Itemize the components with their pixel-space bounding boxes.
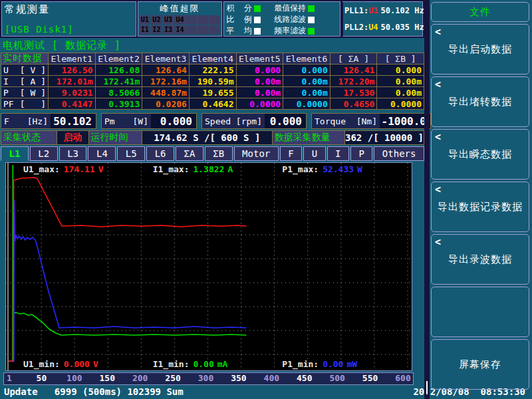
chevron-left-icon: < xyxy=(435,26,442,38)
value-cell: 172.41m xyxy=(96,76,142,86)
readout-speed: Speed[rpm]0.000 xyxy=(201,113,307,129)
chart-label-unit: mA xyxy=(217,359,228,369)
value-cell: 126.50 xyxy=(49,65,95,75)
tab-σa[interactable]: ΣA xyxy=(176,146,203,161)
acq-status-value: 启动 xyxy=(57,131,88,144)
top-strip: 常规测量 [USB Disk1] 峰值超限 U1U2U3U4I1I2I3I4 积… xyxy=(0,0,424,38)
value-cell: 190.59m xyxy=(190,76,236,86)
readout-unit: [Hz] xyxy=(27,116,48,126)
value-cell: 0.0000 xyxy=(237,98,283,109)
value-cell: 0.00m xyxy=(237,87,283,98)
mode-label: 比 例 xyxy=(226,14,251,25)
peak-cell-I2: I2 xyxy=(151,25,162,35)
tab-f[interactable]: F xyxy=(280,146,302,161)
x-tick-500: 500 xyxy=(329,373,344,383)
peak-overlimit-title: 峰值超限 xyxy=(140,3,221,15)
sidebar-button-label: 导出数据记录数据 xyxy=(438,201,523,213)
readout-value: 50.102 xyxy=(51,114,96,128)
mode-item: 最值保持 xyxy=(274,3,338,14)
chart-label-value: 0.00 xyxy=(193,359,213,369)
usb-disk-status: [USB Disk1] xyxy=(5,24,74,35)
readout-value: -1000.0 xyxy=(380,114,430,128)
mode-label: 线路滤波 xyxy=(274,14,306,25)
series-U1 xyxy=(9,178,247,361)
pll-row-2: PLL2:U450.035 Hz xyxy=(344,23,421,32)
tab-i[interactable]: I xyxy=(327,146,349,161)
peak-cell-empty-1-6 xyxy=(209,25,221,35)
sidebar-button-导出启动数据[interactable]: <导出启动数据 xyxy=(431,24,529,74)
tab-p[interactable]: P xyxy=(350,146,372,161)
peak-cell-U1: U1 xyxy=(140,15,151,25)
sidebar-button-导出录波数据[interactable]: <导出录波数据 xyxy=(431,234,529,285)
tab-motor[interactable]: Motor xyxy=(234,146,279,161)
chart-label-unit: V xyxy=(98,164,104,174)
readout-value: 0.000 xyxy=(265,114,306,128)
tab-l3[interactable]: L3 xyxy=(59,146,87,161)
value-cell: 0.00m xyxy=(237,76,283,86)
readout-value: 0.000 xyxy=(151,114,196,128)
tab-l2[interactable]: L2 xyxy=(30,146,58,161)
chart-label-value: 0.000 xyxy=(64,359,90,369)
peak-cell-U2: U2 xyxy=(151,15,162,25)
sidebar-button-屏幕保存[interactable]: 屏幕保存 xyxy=(431,339,529,390)
min-label-i1_min: I1_min:0.00mA xyxy=(153,359,283,369)
sidebar-button-导出数据记录数据[interactable]: <导出数据记录数据 xyxy=(431,182,529,232)
x-tick-450: 450 xyxy=(297,373,312,383)
value-cell: 0.4642 xyxy=(190,98,236,109)
row-name: U xyxy=(3,65,9,75)
readout-row: F[Hz]50.102Pm[W]0.000Speed[rpm]0.000Torq… xyxy=(1,113,424,129)
tab-l1[interactable]: L1 xyxy=(1,146,29,161)
pll-name: PLL1: xyxy=(344,6,368,15)
column-header: Element4 xyxy=(190,53,236,64)
column-header: Element3 xyxy=(142,53,189,64)
value-cell: 172.16m xyxy=(142,76,189,86)
readout-label: Pm[W] xyxy=(102,114,151,128)
sidebar-button-empty[interactable] xyxy=(431,287,529,337)
value-cell: 9.0231 xyxy=(49,87,95,98)
tab-u[interactable]: U xyxy=(303,146,325,161)
sidebar-button-导出瞬态数据[interactable]: <导出瞬态数据 xyxy=(431,129,529,180)
min-label-u1_min: U1_min:0.000V xyxy=(23,359,153,369)
chevron-left-icon: < xyxy=(435,236,442,248)
mode-row-0: 积 分最值保持 xyxy=(226,3,338,14)
runtime-value: 174.62 S /[ 600 S ] xyxy=(142,131,272,144)
sidebar-button-导出堵转数据[interactable]: <导出堵转数据 xyxy=(431,76,529,127)
mode-label: 最值保持 xyxy=(274,3,306,14)
max-label-i1_max: I1_max:1.3822A xyxy=(153,164,283,174)
sidebar-title: 文件 xyxy=(431,2,529,22)
value-cell: 222.15 xyxy=(190,65,236,75)
value-cell: 126.08 xyxy=(96,65,142,75)
indicator-on xyxy=(308,5,315,12)
tab-others[interactable]: Others xyxy=(374,146,424,161)
value-cell: 17.530 xyxy=(331,87,377,98)
readout-name: Speed xyxy=(205,116,231,126)
tab-l4[interactable]: L4 xyxy=(88,146,116,161)
row-unit: [ A ] xyxy=(20,76,46,86)
peak-cell-empty-0-5 xyxy=(198,15,209,25)
chart-label-value: 174.11 xyxy=(64,164,95,174)
column-header: Element5 xyxy=(237,53,283,64)
power-analyzer-screen: 常规测量 [USB Disk1] 峰值超限 U1U2U3U4I1I2I3I4 积… xyxy=(0,0,532,399)
mode-item: 平 均 xyxy=(226,25,274,37)
tab-l6[interactable]: L6 xyxy=(146,146,174,161)
value-cell: 0.000 xyxy=(283,65,330,75)
chart-label-value: 1.3822 xyxy=(193,164,224,174)
peak-cell-empty-0-4 xyxy=(186,15,198,25)
acq-status-label: 采集状态 xyxy=(1,131,57,144)
sidebar-button-label: 导出启动数据 xyxy=(448,43,512,56)
chart-label-name: U1_min: xyxy=(23,359,60,369)
readout-label: F[Hz] xyxy=(1,114,51,128)
indicator-off xyxy=(254,17,261,23)
tab-l5[interactable]: L5 xyxy=(117,146,145,161)
value-cell: 19.655 xyxy=(190,87,236,98)
chart-label-unit: mW xyxy=(346,359,357,369)
indicator-off xyxy=(308,17,315,23)
sidebar-button-label: 屏幕保存 xyxy=(459,358,501,371)
pll-frequency: 50.102 Hz xyxy=(381,6,424,15)
chart-label-name: P1_min: xyxy=(282,359,319,369)
chart-label-value: 0.00 xyxy=(323,359,343,369)
peak-cell-I1: I1 xyxy=(140,25,151,35)
tab-σb[interactable]: ΣB xyxy=(205,146,233,161)
mode-label: 频率滤波 xyxy=(274,25,306,37)
row-name: P xyxy=(3,88,9,98)
